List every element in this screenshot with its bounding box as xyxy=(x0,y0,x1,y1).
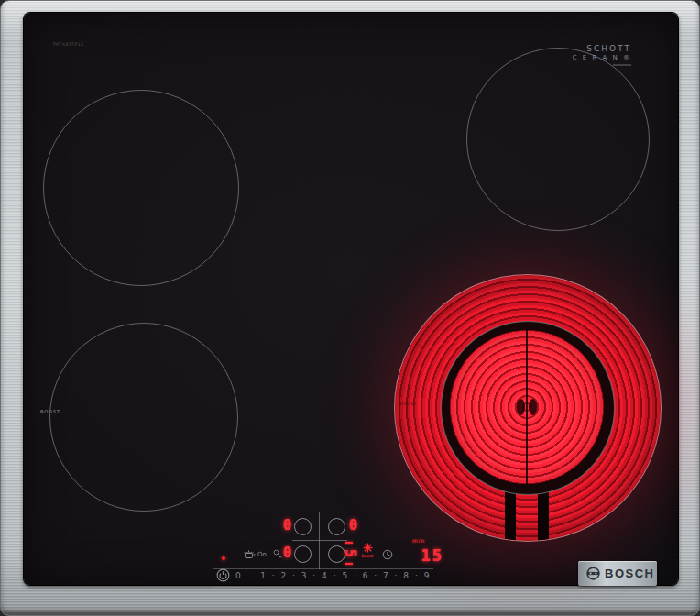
display-active-level: 5 xyxy=(345,545,354,561)
panel-divider-horizontal xyxy=(292,540,347,541)
display-rear-right-level: 0 xyxy=(349,518,357,534)
power-icon[interactable] xyxy=(216,568,230,582)
timer-clock-icon[interactable] xyxy=(382,549,393,560)
burner-active-radiant: BOOST xyxy=(394,274,662,542)
element-center-spot xyxy=(529,399,537,415)
power-indicator-dot xyxy=(222,556,225,560)
active-level-mark-top xyxy=(345,542,353,544)
display-rear-left-level: 0 xyxy=(283,518,291,534)
element-gap-ring xyxy=(441,321,615,495)
boost-icon xyxy=(363,543,373,553)
stainless-frame: PKF645FP1E SCHOTT C E R A N ® BOOST xyxy=(0,0,700,616)
pan-icon xyxy=(244,549,256,559)
ceramic-glass-surface: PKF645FP1E SCHOTT C E R A N ® BOOST xyxy=(24,13,678,585)
active-level-digit: 5 xyxy=(342,549,357,557)
power-level-slider[interactable]: 0 1 · 2 · 3 · 4 · 5 · 6 · 7 · 8 · 9 xyxy=(235,571,431,580)
pan-on-label: On xyxy=(257,551,267,558)
zone-select-rear-right[interactable] xyxy=(328,518,345,535)
timer-unit-label: min xyxy=(412,537,425,544)
zone-select-rear-left[interactable] xyxy=(294,518,312,535)
burner-rear-right xyxy=(466,48,650,231)
element-center-spot xyxy=(517,399,525,415)
bosch-logo-text: BOSCH xyxy=(605,566,654,580)
model-label: PKF645FP1E xyxy=(53,41,84,47)
element-inner-zone xyxy=(450,330,604,484)
bosch-logo-icon xyxy=(586,566,600,580)
bosch-badge: BOSCH xyxy=(578,561,657,586)
element-divider-line xyxy=(526,330,528,484)
burner-active-boost-label: BOOST xyxy=(399,401,418,406)
pan-on-indicator: On xyxy=(244,549,267,559)
zone-select-front-left[interactable] xyxy=(294,545,312,563)
slider-bottom-line xyxy=(213,587,433,588)
display-front-left-level: 0 xyxy=(283,545,291,561)
slider-top-line xyxy=(213,568,433,569)
burner-front-left-boost-label: BOOST xyxy=(40,409,60,414)
fine-print-text xyxy=(613,64,631,66)
boost-label: boost xyxy=(361,554,374,558)
cooktop-photo: PKF645FP1E SCHOTT C E R A N ® BOOST xyxy=(0,0,700,616)
burner-front-left xyxy=(49,323,238,512)
burner-rear-left xyxy=(43,90,239,286)
child-lock-key-icon[interactable] xyxy=(273,549,283,559)
boost-control[interactable]: boost xyxy=(359,543,376,559)
timer-value-display: 15 xyxy=(401,546,443,565)
active-level-mark-bottom xyxy=(345,563,353,565)
